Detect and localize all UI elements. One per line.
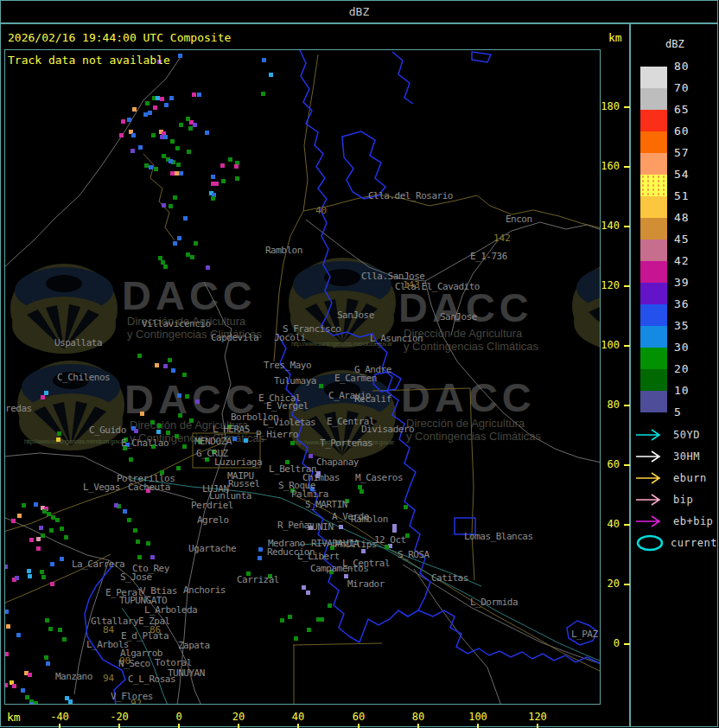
legend-item-eb+bip: eb+bip (635, 513, 717, 530)
sidebar: dBZ 807065605754514845423936353020105 50… (630, 23, 718, 727)
map-label: E_Vergel (266, 401, 309, 411)
legend-arrow-icon (635, 491, 666, 508)
dbz-band-65 (640, 110, 667, 131)
x-axis-tick-mark (537, 724, 538, 728)
map-label: L_Vegas (83, 482, 120, 492)
map-label: Carrizal (237, 575, 279, 584)
dbz-band-label: 35 (674, 319, 690, 333)
map-label: C_L_Rosas (128, 674, 175, 684)
y-axis-tick-label: 60 (601, 458, 620, 470)
map-label: Encon (506, 214, 532, 224)
dbz-band-54 (640, 175, 667, 196)
route-number-label: 84 (103, 625, 114, 635)
map-label: Agrelo (197, 515, 229, 525)
map-label: 12_Oct (374, 535, 406, 545)
map-label: JUNIN (307, 522, 334, 532)
x-axis-tick-label: 40 (292, 711, 304, 723)
dbz-band-label: 5 (674, 406, 682, 419)
x-axis-unit: km (7, 711, 21, 724)
map-label: Ugartache (188, 544, 236, 553)
legend-label: eb+bip (673, 515, 713, 527)
map-label: Lomas_Blancas (464, 532, 533, 541)
map-label: Campamentos (310, 564, 368, 573)
radar-map: DACCDirección de Agriculturay Contingenc… (4, 49, 601, 705)
legend-item-30HM: 30HM (635, 448, 717, 465)
map-label: aredas (4, 404, 32, 413)
dbz-band-label: 42 (674, 254, 690, 268)
dbz-band-label: 10 (674, 384, 690, 398)
map-label: L_Violetas (263, 418, 315, 427)
map-labels: aredasUspallataC_ChilenosC_GuidoE_Challa… (5, 50, 601, 705)
map-label: L_HERAS (213, 425, 250, 434)
map-label: C_Guido (89, 425, 126, 435)
x-axis-tick-mark (238, 724, 239, 728)
map-label: Chapanay (316, 457, 359, 467)
dbz-band-51 (640, 196, 667, 218)
dbz-band-20 (640, 369, 667, 391)
map-label: Manzano (55, 672, 92, 681)
legend-arrow-icon (635, 426, 666, 444)
map-label: L_Dormida (470, 597, 518, 607)
map-label: Anchoris (183, 585, 226, 595)
dbz-band-36 (640, 304, 667, 326)
x-axis-tick-mark (477, 724, 479, 728)
x-axis: -40-20020406080100120 (1, 707, 629, 727)
dbz-band-35 (640, 326, 667, 348)
map-label: E_1-736 (470, 252, 507, 261)
route-number-label: 40 (315, 206, 327, 215)
route-number-label: 142 (493, 233, 511, 243)
map-label: R_Peña (277, 520, 309, 530)
map-label: MENDOZA (194, 437, 232, 446)
map-label: Luzuriaga (214, 457, 262, 467)
map-label: Russel (228, 479, 260, 489)
y-axis-tick-label: 0 (601, 637, 620, 649)
map-label: Zapata (178, 641, 210, 650)
map-label: SanJose (440, 312, 477, 322)
map-label: Tulumaya (274, 376, 316, 386)
map-label: S_Jose (120, 572, 152, 582)
legend-arrow-icon (635, 469, 666, 487)
legend-arrow-icon (635, 513, 666, 530)
radar-app: { "title_bar": { "title": "dBZ" }, "head… (0, 0, 719, 728)
dbz-band-label: 20 (674, 362, 690, 376)
map-label: L_PAZ (571, 629, 598, 639)
legend-label: 30HM (673, 450, 700, 463)
map-label: Totoral (155, 658, 192, 667)
legend-label: eburn (673, 472, 707, 484)
window-title: dBZ (349, 5, 369, 18)
main-panel: 2026/02/16 19:44:00 UTC Composite km DAC… (0, 23, 630, 727)
x-axis-tick-label: 80 (412, 711, 424, 723)
map-label: Ramblon (351, 514, 388, 524)
y-axis: 180160140120100806040200 (601, 24, 630, 707)
map-label: Jocoli (274, 333, 306, 342)
dbz-band-70 (640, 88, 667, 110)
x-axis-tick-label: 120 (528, 711, 547, 723)
y-axis-tick-label: 20 (601, 578, 620, 590)
map-label: M_Caseros (355, 473, 403, 482)
y-axis-tick-label: 140 (601, 220, 620, 232)
x-axis-tick-label: -20 (110, 711, 129, 723)
dbz-band-39 (640, 283, 667, 304)
map-label: Perdriel (191, 501, 233, 510)
dbz-band-label: 51 (674, 189, 690, 203)
dbz-band-label: 48 (674, 211, 690, 225)
legend-item-50YD: 50YD (635, 426, 717, 444)
map-label: La_Carrera (72, 559, 124, 569)
dbz-band-label: 45 (674, 233, 690, 246)
map-label: L_Libert (297, 552, 340, 561)
map-label: Palmira (291, 489, 328, 499)
dbz-band-57 (640, 153, 667, 175)
timestamp: 2026/02/16 19:44:00 UTC Composite (8, 31, 231, 44)
y-axis-tick-label: 160 (601, 160, 620, 172)
route-number-label: 90 (119, 656, 130, 666)
legend-item-current: current (635, 534, 717, 552)
dbz-band-label: 30 (674, 341, 690, 354)
dbz-band-label: 57 (674, 146, 690, 160)
x-axis-tick-mark (118, 724, 120, 728)
dbz-scale-title: dBZ (665, 38, 684, 50)
route-number-label: 143 (403, 280, 420, 290)
map-label: L_Arboleda (144, 605, 197, 615)
x-axis-tick-label: -40 (50, 711, 69, 723)
map-label: Gltallary (91, 616, 138, 626)
map-label: Tres_Mayo (264, 361, 311, 370)
